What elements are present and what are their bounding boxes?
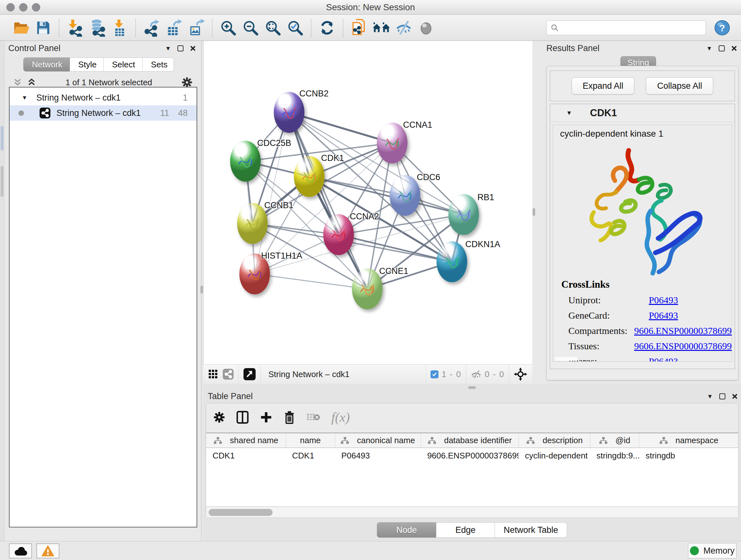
cell-canonical-name[interactable]: P06493	[335, 448, 421, 463]
cell-shared-name[interactable]: CDK1	[206, 448, 286, 463]
crosslink-link[interactable]: P06493	[649, 356, 678, 362]
tab-select[interactable]: Select	[104, 57, 143, 71]
network-node-cdc25b[interactable]	[230, 141, 261, 182]
network-node-cdkn1a[interactable]	[436, 241, 467, 282]
help-button[interactable]: ?	[713, 18, 731, 37]
memory-button[interactable]: Memory	[688, 543, 737, 558]
create-column-icon[interactable]	[260, 411, 273, 424]
save-session-button[interactable]	[34, 18, 52, 37]
network-node-ccnb1[interactable]	[237, 203, 268, 244]
splitter-grip[interactable]	[200, 286, 203, 294]
hidden-eye-slash-icon[interactable]	[471, 369, 482, 379]
close-panel-icon[interactable]	[732, 393, 738, 399]
column-header-shared-name[interactable]: shared name	[206, 433, 286, 448]
network-view-canvas[interactable]: CCNB2CCNA1CDC25BCDK1CDC6RB1CCNB1CCNA2CDK…	[203, 41, 532, 364]
gene-section-header[interactable]: ▼ CDK1	[550, 104, 735, 122]
scrollbar-thumb[interactable]	[209, 509, 273, 516]
collapse-all-chevron-icon[interactable]	[13, 78, 22, 87]
network-node-ccna2[interactable]	[323, 214, 354, 255]
float-panel-icon[interactable]	[719, 393, 725, 399]
show-columns-icon[interactable]	[236, 411, 249, 424]
collapse-section-icon[interactable]: ▼	[566, 110, 572, 117]
clone-network-button[interactable]	[350, 18, 368, 37]
table-row[interactable]: CDK1 CDK1 P06493 9606.ENSP00000378699 cy…	[206, 448, 738, 463]
zoom-fit-content-button[interactable]	[264, 18, 282, 37]
cell-id[interactable]: stringdb:9...	[590, 448, 639, 463]
zoom-in-button[interactable]	[219, 18, 238, 37]
float-panel-icon[interactable]	[719, 45, 725, 51]
crosslink-link[interactable]: P06493	[649, 295, 678, 306]
warnings-button[interactable]	[37, 543, 59, 558]
network-options-gear-icon[interactable]	[181, 77, 193, 88]
network-node-cdc6[interactable]	[390, 175, 420, 216]
import-network-from-database-button[interactable]	[88, 18, 107, 37]
tab-network-table[interactable]: Network Table	[495, 522, 567, 538]
show-all-button[interactable]	[417, 18, 435, 37]
birds-eye-view-icon[interactable]	[222, 368, 234, 380]
splitter-grip[interactable]	[533, 208, 535, 216]
import-network-from-file-button[interactable]	[66, 18, 84, 37]
column-header-description[interactable]: description	[519, 433, 590, 448]
refresh-view-button[interactable]	[318, 18, 336, 37]
column-header-canonical-name[interactable]: canonical name	[335, 433, 421, 448]
crosslink-link[interactable]: 9606.ENSP00000378699	[634, 341, 732, 352]
zoom-selected-button[interactable]	[286, 18, 305, 37]
detach-view-icon[interactable]	[243, 368, 256, 381]
column-header-namespace[interactable]: namespace	[639, 433, 738, 448]
search-box[interactable]	[546, 20, 706, 35]
close-panel-icon[interactable]	[190, 45, 196, 51]
collapse-all-button[interactable]: Collapse All	[646, 77, 713, 95]
collapse-panel-icon[interactable]: ▼	[707, 393, 713, 400]
tab-node-table[interactable]: Node Table	[377, 522, 436, 538]
zoom-window-button[interactable]	[32, 3, 40, 11]
column-header-id[interactable]: @id	[590, 433, 639, 448]
cell-database-identifier[interactable]: 9606.ENSP00000378699	[421, 448, 519, 463]
tab-style[interactable]: Style	[70, 57, 104, 71]
results-scrollbar[interactable]	[555, 357, 577, 361]
tab-network[interactable]: Network	[23, 57, 70, 71]
tab-sets[interactable]: Sets	[143, 57, 174, 71]
close-window-button[interactable]	[6, 3, 15, 11]
collapse-panel-icon[interactable]: ▼	[706, 45, 712, 52]
delete-column-icon[interactable]	[283, 411, 295, 424]
search-input[interactable]	[559, 21, 702, 34]
network-edge[interactable]	[289, 112, 367, 289]
network-edge[interactable]	[255, 274, 367, 289]
hide-selected-button[interactable]	[394, 18, 413, 37]
export-table-button[interactable]	[165, 18, 183, 37]
export-network-button[interactable]	[142, 18, 161, 37]
splitter-grip[interactable]	[468, 386, 476, 389]
float-panel-icon[interactable]	[178, 45, 184, 51]
show-grid-icon[interactable]	[208, 369, 218, 379]
column-settings-gear-icon[interactable]	[213, 411, 225, 423]
pan-crosshair-icon[interactable]	[514, 368, 527, 381]
crosslink-link[interactable]: 9606.ENSP00000378699	[634, 325, 732, 336]
cell-description[interactable]: cyclin-dependent ...	[519, 448, 590, 463]
expand-collection-icon[interactable]: ▼	[22, 95, 27, 101]
selected-nodes-checkbox[interactable]	[430, 370, 439, 378]
crosslink-link[interactable]: P06493	[649, 310, 678, 321]
network-node-rb1[interactable]	[448, 194, 479, 235]
network-edge[interactable]	[255, 112, 289, 274]
export-image-button[interactable]	[187, 18, 205, 37]
cell-namespace[interactable]: stringdb	[639, 448, 738, 463]
cell-name[interactable]: CDK1	[286, 448, 335, 463]
column-header-database-identifier[interactable]: database identifier	[421, 433, 519, 448]
node-table[interactable]: shared name name canonical name	[206, 433, 738, 506]
network-row-selected[interactable]: String Network – cdk1 11 48	[10, 105, 197, 121]
network-edges[interactable]	[204, 41, 533, 364]
network-node-ccne1[interactable]	[352, 268, 383, 309]
minimize-window-button[interactable]	[19, 3, 27, 11]
cloud-status-button[interactable]	[9, 543, 32, 558]
network-collection-row[interactable]: ▼ String Network – cdk1 1	[10, 90, 197, 105]
tab-edge-table[interactable]: Edge Table	[436, 522, 495, 538]
collapse-panel-icon[interactable]: ▼	[165, 45, 171, 52]
network-node-cdk1[interactable]	[294, 156, 325, 197]
show-home-panels-button[interactable]	[372, 18, 391, 37]
table-horizontal-scrollbar[interactable]	[206, 507, 738, 517]
expand-all-button[interactable]: Expand All	[571, 77, 635, 95]
column-header-name[interactable]: name	[286, 433, 335, 448]
zoom-out-button[interactable]	[241, 18, 260, 37]
delete-table-icon[interactable]	[307, 412, 320, 423]
open-session-button[interactable]	[11, 18, 30, 37]
